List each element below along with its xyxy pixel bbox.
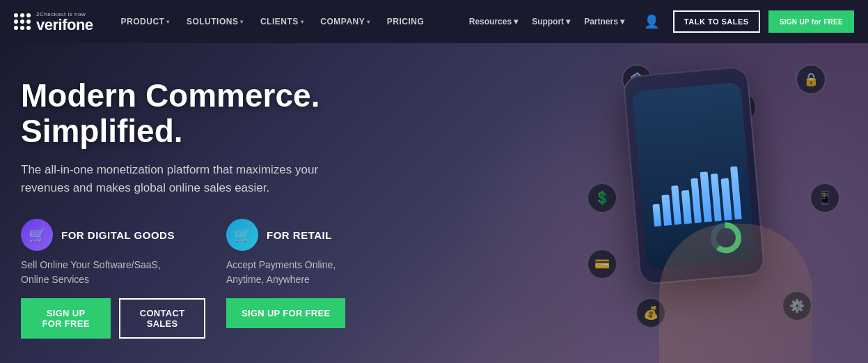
floating-dollar-icon: 💲	[587, 183, 617, 213]
brand-name: verifone	[36, 17, 93, 33]
nav-links: PRODUCT ▾ SOLUTIONS ▾ CLIENTS ▾ COMPANY …	[114, 13, 464, 31]
category-digital-title: FOR DIGITAL GOODS	[61, 229, 175, 241]
nav-right-links: Resources ▾ Support ▾ Partners ▾	[464, 13, 630, 31]
nav-item-support[interactable]: Support ▾	[526, 13, 576, 31]
floating-card-icon: 💳	[587, 249, 617, 279]
floating-lock-icon: 🔒	[796, 64, 826, 95]
brand-dots-icon	[14, 13, 31, 30]
nav-item-clients[interactable]: CLIENTS ▾	[253, 13, 310, 31]
signup-free-button-nav[interactable]: SIGN UP for FREE	[768, 10, 854, 33]
nav-right: Resources ▾ Support ▾ Partners ▾ 👤 TALK …	[464, 10, 854, 33]
nav-item-company[interactable]: COMPANY ▾	[313, 13, 377, 31]
hand-visual	[659, 224, 812, 363]
nav-item-partners[interactable]: Partners ▾	[578, 13, 630, 31]
retail-buttons: SIGN UP for FREE	[226, 298, 411, 328]
hero-categories: 🛒 FOR DIGITAL GOODS Sell Online Your Sof…	[21, 219, 411, 339]
digital-goods-buttons: SIGN UP for FREE CONTACT SALES	[21, 298, 205, 339]
hero-section: 🏦 👤 🔒 💲 📱 💳 💰 ⚙️	[0, 43, 868, 363]
retail-icon: 🛒	[226, 219, 258, 251]
hero-visual: 🏦 👤 🔒 💲 📱 💳 💰 ⚙️	[416, 43, 868, 363]
category-retail-desc: Accept Payments Online,Anytime, Anywhere	[226, 258, 411, 287]
chevron-down-icon: ▾	[367, 19, 370, 25]
floating-phone-icon: 📱	[810, 183, 840, 213]
chevron-down-icon: ▾	[566, 17, 570, 26]
category-digital-goods: 🛒 FOR DIGITAL GOODS Sell Online Your Sof…	[21, 219, 205, 339]
nav-item-solutions[interactable]: SOLUTIONS ▾	[180, 13, 251, 31]
chevron-down-icon: ▾	[240, 19, 244, 25]
category-retail-header: 🛒 FOR RETAIL	[226, 219, 411, 251]
chevron-down-icon: ▾	[301, 19, 304, 25]
hero-title: Modern Commerce. Simplified.	[21, 78, 411, 148]
retail-signup-free-button[interactable]: SIGN UP for FREE	[226, 298, 345, 328]
digital-goods-icon: 🛒	[21, 219, 53, 251]
chevron-down-icon: ▾	[166, 19, 170, 25]
hero-subtitle: The all-in-one monetization platform tha…	[21, 161, 355, 196]
category-digital-header: 🛒 FOR DIGITAL GOODS	[21, 219, 205, 251]
nav-item-product[interactable]: PRODUCT ▾	[114, 13, 177, 31]
navbar: 2Checkout is now verifone PRODUCT ▾ SOLU…	[0, 0, 868, 43]
talk-to-sales-button[interactable]: TALK TO SALES	[673, 10, 760, 33]
chevron-down-icon: ▾	[514, 17, 518, 26]
category-retail: 🛒 FOR RETAIL Accept Payments Online,Anyt…	[205, 219, 411, 339]
contact-sales-button[interactable]: CONTACT SALES	[119, 298, 205, 339]
chart-bars	[649, 164, 741, 227]
user-account-icon[interactable]: 👤	[638, 11, 665, 32]
chevron-down-icon: ▾	[620, 17, 624, 26]
nav-item-resources[interactable]: Resources ▾	[464, 13, 523, 31]
hero-content: Modern Commerce. Simplified. The all-in-…	[0, 43, 432, 360]
digital-signup-free-button[interactable]: SIGN UP for FREE	[21, 298, 111, 339]
category-digital-desc: Sell Online Your Software/SaaS,Online Se…	[21, 258, 205, 287]
nav-item-pricing[interactable]: PRICING	[380, 13, 432, 31]
category-retail-title: FOR RETAIL	[267, 229, 332, 241]
brand-logo[interactable]: 2Checkout is now verifone	[14, 11, 93, 33]
